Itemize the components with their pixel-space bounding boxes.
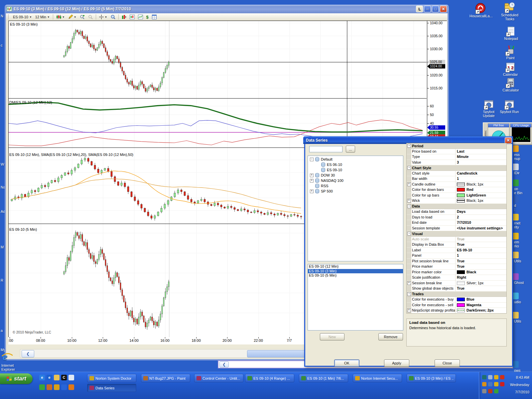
- data-series-button[interactable]: [120, 14, 128, 20]
- property-color-for-executions-sell[interactable]: Color for executions - sellMagenta: [407, 303, 506, 308]
- ring-tray-icon[interactable]: [482, 382, 486, 386]
- download-update-tray-icon[interactable]: [494, 389, 498, 393]
- tree-expander[interactable]: -: [310, 158, 314, 161]
- property-type[interactable]: TypeMinute: [407, 154, 506, 160]
- remove-button[interactable]: Remove: [378, 333, 403, 340]
- property-display-in-data-box[interactable]: Display in Data BoxTrue: [407, 242, 506, 248]
- taskbar-button-norton-internet-secu[interactable]: Norton Internet Secu...: [353, 374, 402, 382]
- property-label[interactable]: LabelES 09-10: [407, 248, 506, 253]
- property-value[interactable]: Value3: [407, 160, 506, 166]
- toolbar-grip[interactable]: [8, 15, 10, 19]
- desktop-icon-internet-explorer[interactable]: e Internet Explorer: [1, 351, 25, 371]
- taskbar-button-control-center-untit[interactable]: Control Center - Untit...: [194, 374, 243, 382]
- property-session-template[interactable]: Session template<Use instrument settings…: [407, 226, 506, 231]
- tree-expander[interactable]: +: [310, 179, 314, 183]
- property-color-for-up-bars[interactable]: Color for up barsLightGreen: [407, 193, 506, 199]
- data-grid-button[interactable]: [150, 14, 158, 20]
- start-button[interactable]: start: [0, 373, 33, 384]
- desktop-icon-clipped[interactable]: one Bin: [511, 180, 531, 195]
- tree-item-es-06-10[interactable]: ES 06-10: [309, 162, 402, 167]
- window-titlebar[interactable]: ES 09-10 (3 Min) / ES 09-10 (12 Min) / E…: [5, 5, 449, 13]
- chart-style-button[interactable]: ▼: [55, 14, 66, 20]
- scroll-left-button[interactable]: ❮: [219, 361, 229, 367]
- chart-overview-button[interactable]: [109, 14, 117, 20]
- desktop-icon-clipped[interactable]: d:: [511, 196, 531, 211]
- tree-item-rss[interactable]: RSS: [309, 183, 402, 189]
- zoom-out-button[interactable]: [86, 14, 94, 20]
- blocked-tray-icon[interactable]: [500, 382, 504, 386]
- spybot-quicklaunch-icon[interactable]: [39, 384, 45, 390]
- desktop-icon-scheduled-tasks[interactable]: ↗ScheduledTasks: [499, 2, 521, 21]
- internet-explorer-quicklaunch-icon[interactable]: e: [39, 375, 45, 380]
- desktop-icon-clipped[interactable]: essnup: [511, 145, 531, 161]
- gear-tray-icon[interactable]: [494, 382, 498, 386]
- system-info-tray-icon[interactable]: [488, 382, 492, 386]
- desktop-icon-clipped[interactable]: emrks: [511, 233, 531, 248]
- instrument-tree[interactable]: -DefaultES 06-10ES 09-10+DOW 30+NASDAQ 1…: [308, 156, 403, 261]
- series-listbox[interactable]: ES 09-10 (12 Min)ES 09-10 (3 Min)ES 09-1…: [308, 264, 403, 331]
- instrument-filter-input[interactable]: [309, 146, 342, 152]
- property-grid[interactable]: -PeriodPrice based onLastTypeMinuteValue…: [406, 143, 507, 314]
- zoom-in-button[interactable]: [78, 14, 86, 20]
- series-list-item[interactable]: ES 09-10 (12 Min): [308, 264, 403, 269]
- property-panel[interactable]: Panel1: [407, 253, 506, 259]
- taskbar-button-es-09-10-1-min-7-6[interactable]: ES 09-10 (1 Min) 7/6...: [299, 374, 348, 382]
- tree-item-es-09-10[interactable]: ES 09-10: [309, 167, 402, 173]
- property-load-data-based-on[interactable]: Load data based onDays: [407, 209, 506, 215]
- watch-tray-icon[interactable]: [482, 389, 486, 393]
- chart-trader-button[interactable]: [136, 14, 145, 20]
- property-color-for-down-bars[interactable]: Color for down barsRed: [407, 187, 506, 193]
- command-prompt-quicklaunch-icon[interactable]: C: [61, 375, 67, 380]
- property-group-trades[interactable]: -Trades: [407, 292, 506, 297]
- property-scale-justification[interactable]: Scale justificationRight: [407, 275, 506, 281]
- property-bar-width[interactable]: Bar width1: [407, 176, 506, 182]
- property-session-break-line[interactable]: +Session break lineSilver; 1px: [407, 281, 506, 286]
- browse-button[interactable]: ...: [346, 146, 355, 153]
- shield-check-tray-icon[interactable]: [494, 375, 498, 379]
- series-list-item[interactable]: ES 09-10 (5 Min): [308, 273, 403, 278]
- property-candle-outline[interactable]: +Candle outlineBlack; 1px: [407, 182, 506, 188]
- search-quicklaunch-icon[interactable]: [68, 375, 74, 380]
- draw-button[interactable]: ▼: [66, 14, 78, 20]
- desktop-icon-clipped[interactable]: Ghost: [511, 273, 531, 285]
- taskbar-button-data-series[interactable]: Data Series: [87, 384, 136, 392]
- link-button[interactable]: L: [416, 6, 423, 12]
- minimize-button[interactable]: ─: [424, 6, 431, 12]
- new-button[interactable]: New: [320, 333, 344, 340]
- property-wick[interactable]: +WickBlack; 1px: [407, 198, 506, 204]
- binoculars-tray-icon[interactable]: [482, 375, 486, 379]
- indicators-button[interactable]: [128, 14, 136, 20]
- vlc-quicklaunch-icon[interactable]: [68, 384, 74, 390]
- period-dropdown[interactable]: 12 Min▼: [34, 14, 52, 20]
- flame-tray-icon[interactable]: [500, 375, 504, 379]
- tree-item-default[interactable]: -Default: [309, 157, 402, 162]
- property-price-marker-color[interactable]: Price marker colorBlack: [407, 270, 506, 275]
- ok-button[interactable]: OK: [334, 359, 359, 367]
- property-price-based-on[interactable]: Price based onLast: [407, 149, 506, 155]
- paint-quicklaunch-icon[interactable]: [47, 384, 52, 390]
- property-days-to-load[interactable]: Days to load2: [407, 215, 506, 220]
- property-plot-session-break-line[interactable]: Plot session break lineTrue: [407, 259, 506, 264]
- tree-item-nasdaq-100[interactable]: +NASDAQ 100: [309, 178, 402, 183]
- close-dialog-button[interactable]: Close: [435, 359, 460, 367]
- magnifier-tray-icon[interactable]: [488, 375, 492, 379]
- tree-expander[interactable]: +: [310, 190, 314, 193]
- tree-item-dow-30[interactable]: +DOW 30: [309, 173, 402, 178]
- property-group-visual[interactable]: -Visual: [407, 231, 506, 237]
- taskbar-button-nt-bug27-jpg-paint[interactable]: NT-Bug27.JPG - Paint: [141, 374, 190, 382]
- close-button[interactable]: ✕: [440, 6, 447, 12]
- desktop-icon-spybot-run[interactable]: ↗Spybot Run: [498, 98, 520, 114]
- desktop-icon-clipped[interactable]: Utils: [511, 252, 531, 263]
- property-group-period[interactable]: -Period: [407, 143, 506, 149]
- desktop-icon-housecallla[interactable]: ↗HousecallLa...: [469, 3, 491, 18]
- apply-button[interactable]: Apply: [384, 359, 409, 367]
- taskbar-button-norton-system-doctor[interactable]: Norton System Doctor: [87, 374, 136, 382]
- property-group-data[interactable]: -Data: [407, 204, 506, 209]
- property-ninjascript-strategy-profitab[interactable]: +NinjaScript strategy profitabDarkGreen;…: [407, 308, 506, 314]
- winamp-quicklaunch-icon[interactable]: [54, 384, 60, 390]
- scrollbar-thumb[interactable]: [247, 350, 306, 357]
- desktop-icon-clipped[interactable]: udio: [511, 293, 531, 304]
- tree-item-sp-500[interactable]: +SP 500: [309, 189, 402, 194]
- desktop-icon-clipped[interactable]: lDir: [511, 164, 531, 175]
- volume-tray-icon[interactable]: [488, 389, 492, 393]
